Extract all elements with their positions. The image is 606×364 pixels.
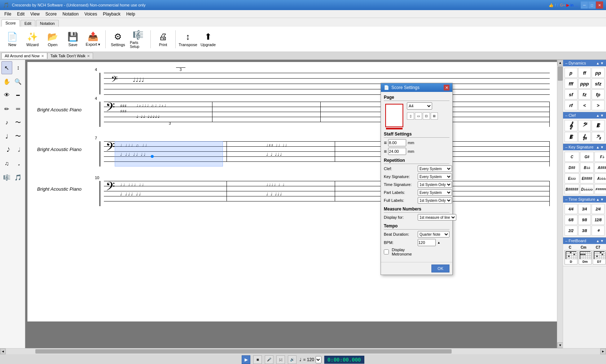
dynamics-up-arrow[interactable]: ▲	[596, 61, 600, 65]
dynamic-ppp[interactable]: ppp	[578, 79, 591, 89]
tab-score[interactable]: Score	[1, 19, 20, 27]
key-a[interactable]: A###	[594, 163, 606, 173]
dialog-close-button[interactable]: ✕	[444, 85, 449, 90]
clef-select[interactable]: Every System 1st System Only Never	[418, 165, 452, 172]
time-128[interactable]: 12/8	[592, 215, 605, 225]
key-sig-down[interactable]: ▼	[600, 145, 604, 149]
minimize-button[interactable]: ─	[581, 1, 588, 9]
note10-tool[interactable]: 𝅗	[13, 157, 24, 170]
export-button[interactable]: 📤 Export ▾	[84, 29, 102, 50]
key-c[interactable]: C	[565, 152, 579, 162]
stop-button[interactable]: ■	[253, 355, 262, 364]
bottom-margin-input[interactable]: 24.00	[388, 148, 406, 155]
key-eb[interactable]: E♭♭♭	[565, 173, 579, 183]
dynamic-sf[interactable]: sf	[565, 89, 578, 99]
doc-tab-1-close[interactable]: ✕	[87, 54, 90, 58]
bpm-input[interactable]	[418, 239, 436, 246]
key-fs[interactable]: F######	[594, 184, 606, 194]
mute-button[interactable]: 🔊	[288, 355, 297, 364]
save-button[interactable]: 💾 Save	[63, 29, 82, 50]
fretboard-up[interactable]: ▲	[596, 239, 600, 243]
scroll-down-arrow[interactable]: ▼	[557, 342, 563, 348]
settings-button[interactable]: ⚙ Settings	[109, 29, 127, 50]
dynamic-sfz[interactable]: sfz	[592, 79, 605, 89]
transpose-button[interactable]: ↕ Transpose	[179, 29, 197, 50]
upgrade-button[interactable]: ⬆ Upgrade	[199, 29, 218, 50]
score-icon-tool[interactable]: 🎼	[1, 171, 12, 184]
ok-button[interactable]: OK	[431, 265, 449, 272]
clef-alto[interactable]: 𝄡	[592, 120, 605, 131]
clef-tenor[interactable]: 𝄡	[565, 132, 578, 142]
vertical-select-tool[interactable]: ↕	[13, 61, 24, 74]
scroll-up-arrow[interactable]: ▲	[557, 60, 563, 66]
dynamic-ff[interactable]: ff	[578, 68, 591, 78]
dynamic-fff[interactable]: fff	[565, 79, 578, 89]
menu-help[interactable]: Help	[123, 11, 138, 17]
metronome-button[interactable]: |♩|	[276, 355, 285, 364]
dynamic-p[interactable]: p	[565, 68, 578, 78]
key-f[interactable]: F♭	[594, 152, 606, 162]
clef-bass8[interactable]: 𝄢₈	[592, 132, 605, 142]
landscape-icon[interactable]: ▭	[415, 112, 422, 120]
time-68[interactable]: 6/8	[565, 215, 578, 225]
grid-icon[interactable]: ⊞	[431, 112, 438, 120]
time-sig-down[interactable]: ▼	[600, 197, 604, 201]
dynamic-pp[interactable]: pp	[592, 68, 605, 78]
chord-c7[interactable]: D7	[593, 250, 606, 265]
time-22[interactable]: 2/2	[565, 226, 578, 236]
time-c[interactable]: 𝄴	[592, 226, 605, 236]
close-button[interactable]: ✕	[596, 1, 603, 9]
key-sig-select[interactable]: Every System 1st System Only Never	[418, 173, 452, 180]
chord-c[interactable]: D	[565, 250, 578, 265]
open-button[interactable]: 📂 Open	[43, 29, 62, 50]
note8-tool[interactable]: 𝅗𝅥	[13, 143, 24, 156]
dynamic-rf[interactable]: rf	[565, 100, 578, 110]
scroll-right-arrow[interactable]: ►	[600, 349, 606, 354]
eye-tool[interactable]: 👁	[1, 89, 12, 102]
page-size-select[interactable]: A4 Letter A3	[407, 102, 432, 110]
play-button[interactable]: ▶	[242, 355, 250, 364]
print-button[interactable]: 🖨 Print	[154, 29, 172, 50]
select-tool[interactable]: ↖	[1, 61, 12, 74]
chord-cm[interactable]: Dm	[579, 250, 592, 265]
dynamic-decresc[interactable]: >	[592, 100, 605, 110]
key-sig-up[interactable]: ▲	[596, 145, 600, 149]
record-button[interactable]: 🎤	[265, 355, 273, 364]
doc-tab-0[interactable]: All Around and Now ✕	[1, 53, 47, 59]
clef-up-arrow[interactable]: ▲	[596, 114, 600, 117]
doc-tab-1[interactable]: Talk Talk Don't Walk ✕	[47, 53, 93, 59]
clef-treble8[interactable]: 𝄞₈	[578, 132, 591, 142]
key-g[interactable]: G#	[580, 152, 594, 162]
dynamic-cresc[interactable]: <	[578, 100, 591, 110]
line-tool[interactable]: ━	[13, 89, 24, 102]
beat-duration-select[interactable]: Quarter Note Half Note Eighth Note	[418, 231, 449, 238]
zoom-tool[interactable]: 🔍	[13, 75, 24, 88]
key-db[interactable]: D♭♭♭♭♭	[580, 184, 594, 194]
note-icon-tool[interactable]: 🎵	[13, 171, 24, 184]
vertical-scrollbar[interactable]: ▲ ▼	[557, 60, 563, 348]
menu-voices[interactable]: Voices	[82, 11, 100, 17]
key-b[interactable]: B#####	[565, 184, 579, 194]
parts-setup-button[interactable]: 🎼 Parts Setup	[129, 29, 148, 50]
time-44[interactable]: 4/4	[565, 204, 578, 214]
clef-down-arrow[interactable]: ▼	[600, 114, 604, 117]
margin-icon[interactable]: ⊡	[423, 112, 430, 120]
display-for-select[interactable]: 1st measure of line Every measure Never	[418, 214, 456, 221]
time-24[interactable]: 2/4	[592, 204, 605, 214]
menu-score[interactable]: Score	[43, 11, 60, 17]
dynamics-down-arrow[interactable]: ▼	[600, 61, 604, 65]
dynamic-fp[interactable]: fp	[592, 89, 605, 99]
tab-edit[interactable]: Edit	[21, 20, 35, 27]
scroll-left-arrow[interactable]: ◄	[0, 349, 6, 354]
fretboard-down[interactable]: ▼	[600, 239, 604, 243]
note7-tool[interactable]: 𝅘𝅥𝅮	[1, 143, 12, 156]
tab-notation[interactable]: Notation	[36, 20, 59, 27]
key-ab[interactable]: A♭♭♭♭	[594, 173, 606, 183]
part-labels-select[interactable]: Every System 1st System Only Never	[418, 189, 452, 196]
maximize-button[interactable]: □	[588, 1, 596, 9]
key-bb[interactable]: B♭♭	[580, 163, 594, 173]
eighth-note-tool[interactable]: ♪	[1, 116, 12, 129]
key-d[interactable]: D##	[565, 163, 579, 173]
time-38[interactable]: 3/8	[578, 226, 591, 236]
menu-edit[interactable]: Edit	[14, 11, 27, 17]
